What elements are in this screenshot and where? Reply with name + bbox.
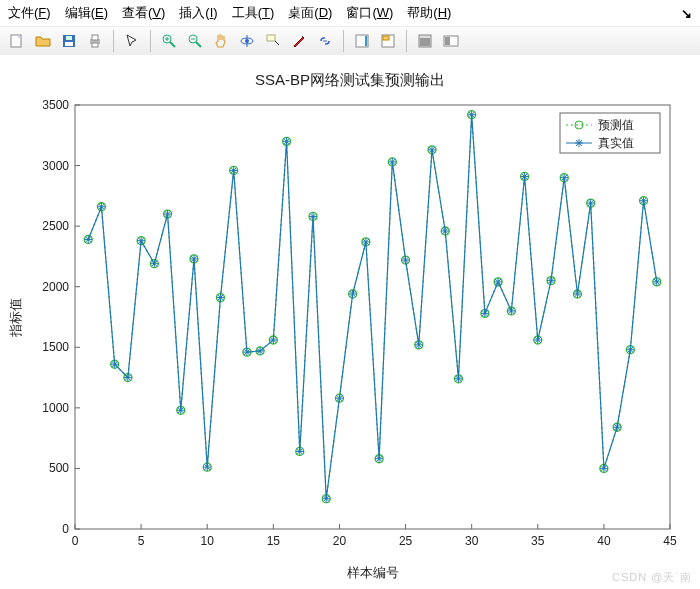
svg-text:2000: 2000 [42,280,69,294]
svg-rect-2 [65,42,73,46]
svg-text:15: 15 [267,534,281,548]
menu-desktop[interactable]: 桌面(D) [288,4,332,22]
dock-icon[interactable]: ↘ [681,6,692,21]
svg-rect-22 [383,36,389,40]
svg-text:30: 30 [465,534,479,548]
chart-title: SSA-BP网络测试集预测输出 [255,71,445,88]
pointer-icon[interactable] [121,30,143,52]
svg-text:真实值: 真实值 [598,136,634,150]
svg-rect-24 [420,38,430,46]
chart-area: SSA-BP网络测试集预测输出样本编号指标值051015202530354045… [0,55,700,589]
svg-rect-3 [66,36,72,40]
svg-rect-20 [365,36,367,46]
x-axis-label: 样本编号 [347,565,399,580]
link-icon[interactable] [314,30,336,52]
svg-text:40: 40 [597,534,611,548]
svg-line-17 [275,41,279,45]
svg-text:35: 35 [531,534,545,548]
chart-svg: SSA-BP网络测试集预测输出样本编号指标值051015202530354045… [0,55,700,589]
colorbar-icon[interactable] [351,30,373,52]
svg-line-12 [196,42,201,47]
new-figure-icon[interactable] [6,30,28,52]
rotate-3d-icon[interactable] [236,30,258,52]
svg-text:2500: 2500 [42,219,69,233]
svg-text:0: 0 [62,522,69,536]
menu-tools[interactable]: 工具(T) [232,4,275,22]
save-icon[interactable] [58,30,80,52]
svg-line-8 [170,42,175,47]
toolbar [0,27,700,56]
svg-rect-16 [267,35,275,41]
svg-text:10: 10 [201,534,215,548]
brush-icon[interactable] [288,30,310,52]
menu-file[interactable]: 文件(F) [8,4,51,22]
menu-window[interactable]: 窗口(W) [346,4,393,22]
svg-text:500: 500 [49,461,69,475]
layout-b-icon[interactable] [440,30,462,52]
svg-text:20: 20 [333,534,347,548]
svg-point-15 [245,39,249,43]
menu-bar: 文件(F) 编辑(E) 查看(V) 插入(I) 工具(T) 桌面(D) 窗口(W… [0,0,700,27]
svg-rect-26 [445,37,450,45]
print-icon[interactable] [84,30,106,52]
zoom-out-icon[interactable] [184,30,206,52]
open-folder-icon[interactable] [32,30,54,52]
pan-icon[interactable] [210,30,232,52]
menu-edit[interactable]: 编辑(E) [65,4,108,22]
legend-icon[interactable] [377,30,399,52]
menu-help[interactable]: 帮助(H) [407,4,451,22]
svg-text:3000: 3000 [42,159,69,173]
svg-text:25: 25 [399,534,413,548]
svg-text:1000: 1000 [42,401,69,415]
svg-text:5: 5 [138,534,145,548]
svg-text:1500: 1500 [42,340,69,354]
svg-rect-5 [92,35,98,40]
svg-text:3500: 3500 [42,98,69,112]
layout-a-icon[interactable] [414,30,436,52]
svg-rect-6 [92,43,98,47]
zoom-in-icon[interactable] [158,30,180,52]
svg-text:预测值: 预测值 [598,118,634,132]
datacursor-icon[interactable] [262,30,284,52]
watermark: CSDN @天˙南 [612,570,692,585]
svg-rect-27 [75,105,670,529]
svg-text:45: 45 [663,534,677,548]
svg-text:0: 0 [72,534,79,548]
menu-insert[interactable]: 插入(I) [179,4,217,22]
y-axis-label: 指标值 [8,298,23,338]
menu-view[interactable]: 查看(V) [122,4,165,22]
